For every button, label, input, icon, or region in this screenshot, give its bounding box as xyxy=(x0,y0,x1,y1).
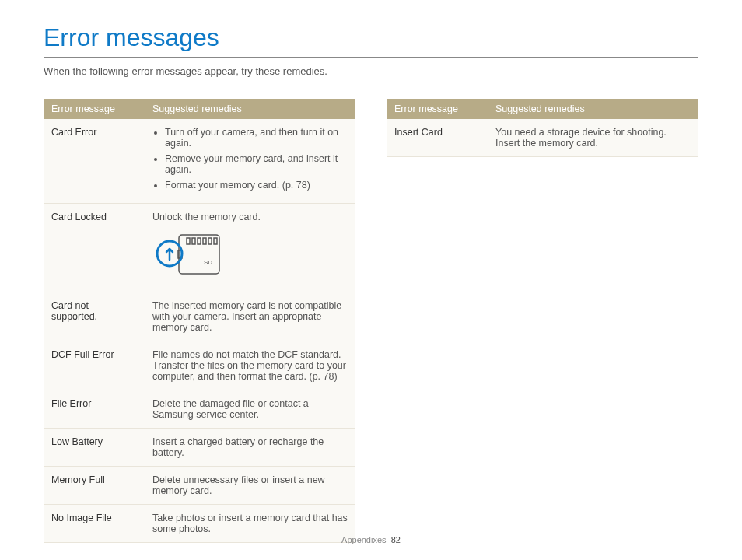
table-row: Memory FullDelete unnecessary files or i… xyxy=(44,467,355,505)
svg-rect-1 xyxy=(192,238,195,244)
sd-card-icon: SD xyxy=(152,227,230,282)
svg-text:SD: SD xyxy=(204,259,212,266)
error-name: Card not supported. xyxy=(44,292,145,341)
remedy-cell: Delete the damaged file or contact a Sam… xyxy=(145,390,355,429)
error-name: Card Locked xyxy=(44,204,145,292)
remedy-cell: Insert a charged battery or recharge the… xyxy=(145,429,355,467)
table-row: Card ErrorTurn off your camera, and then… xyxy=(44,119,355,204)
page: Error messages When the following error … xyxy=(0,0,742,560)
footer-page-number: 82 xyxy=(391,535,401,544)
footer-section: Appendixes xyxy=(341,535,387,544)
error-name: File Error xyxy=(44,390,145,429)
right-column: Error message Suggested remedies Insert … xyxy=(387,99,698,543)
remedy-list: Turn off your camera, and then turn it o… xyxy=(152,127,348,191)
table-row: Card not supported.The inserted memory c… xyxy=(44,292,355,341)
remedy-cell: Unlock the memory card.SD xyxy=(145,204,355,292)
th-error: Error message xyxy=(44,99,145,119)
table-row: Insert CardYou need a storage device for… xyxy=(387,119,698,157)
svg-rect-3 xyxy=(203,238,206,244)
remedy-text: Unlock the memory card. xyxy=(152,212,348,222)
error-name: DCF Full Error xyxy=(44,341,145,390)
remedy-cell: File names do not match the DCF standard… xyxy=(145,341,355,390)
error-name: Insert Card xyxy=(387,119,488,157)
intro-text: When the following error messages appear… xyxy=(44,65,698,77)
th-error: Error message xyxy=(387,99,488,119)
table-row: Low BatteryInsert a charged battery or r… xyxy=(44,429,355,467)
title-rule xyxy=(44,57,698,58)
svg-rect-2 xyxy=(198,238,201,244)
th-remedies: Suggested remedies xyxy=(145,99,355,119)
table-row: Card LockedUnlock the memory card.SD xyxy=(44,204,355,292)
remedy-cell: You need a storage device for shooting. … xyxy=(488,119,698,157)
table-row: File ErrorDelete the damaged file or con… xyxy=(44,390,355,429)
remedy-cell: Delete unnecessary files or insert a new… xyxy=(145,467,355,505)
table-row: DCF Full ErrorFile names do not match th… xyxy=(44,341,355,390)
error-name: Memory Full xyxy=(44,467,145,505)
error-table-right: Error message Suggested remedies Insert … xyxy=(387,99,698,157)
remedy-cell: The inserted memory card is not compatib… xyxy=(145,292,355,341)
remedy-item: Turn off your camera, and then turn it o… xyxy=(165,127,348,149)
svg-rect-5 xyxy=(214,238,217,244)
svg-rect-4 xyxy=(208,238,212,244)
svg-rect-0 xyxy=(187,238,190,244)
left-column: Error message Suggested remedies Card Er… xyxy=(44,99,355,543)
columns: Error message Suggested remedies Card Er… xyxy=(44,99,698,543)
remedy-item: Format your memory card. (p. 78) xyxy=(165,180,348,191)
error-table-left: Error message Suggested remedies Card Er… xyxy=(44,99,355,543)
page-title: Error messages xyxy=(44,23,698,52)
sd-card-illustration: SD xyxy=(152,227,348,284)
remedy-cell: Turn off your camera, and then turn it o… xyxy=(145,119,355,204)
th-remedies: Suggested remedies xyxy=(488,99,698,119)
page-footer: Appendixes 82 xyxy=(0,535,742,544)
error-name: Card Error xyxy=(44,119,145,204)
remedy-item: Remove your memory card, and insert it a… xyxy=(165,153,348,175)
error-name: Low Battery xyxy=(44,429,145,467)
